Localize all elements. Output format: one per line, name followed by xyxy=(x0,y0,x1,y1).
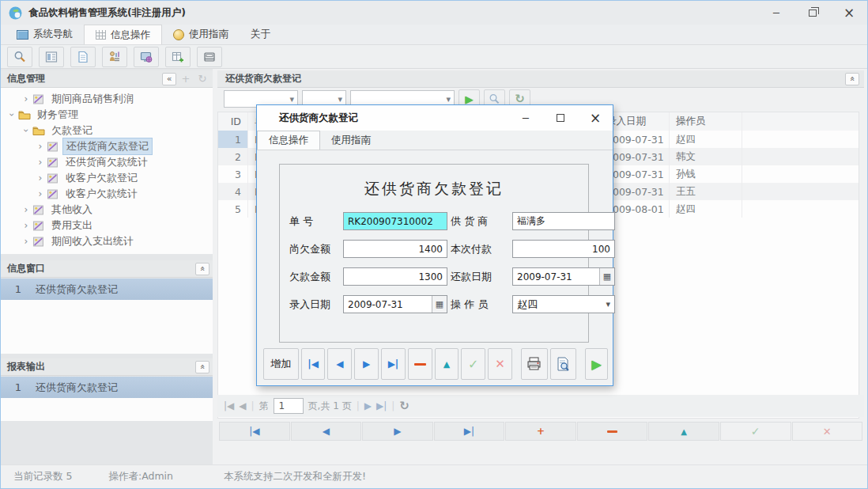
page-prev-icon[interactable]: ◀ xyxy=(239,400,246,411)
status-bar: 当前记录数 5 操作者:Admin 本系统支持二次开发和全新开发! xyxy=(1,464,867,488)
tree-item[interactable]: › 收客户欠款统计 xyxy=(1,186,213,202)
app-window: 食品饮料销售管理系统(非注册用户) ─ × 系统导航 信息操作 使用指南 关于 xyxy=(0,0,868,489)
main-panel-header: 还供货商欠款登记 « xyxy=(217,70,864,88)
record-delete-button[interactable] xyxy=(577,422,648,441)
add-button[interactable]: 增加 xyxy=(263,348,299,380)
supplier-field[interactable] xyxy=(512,212,615,230)
dialog-delete-button[interactable] xyxy=(408,348,432,380)
preview-icon xyxy=(556,357,571,371)
cell-id: 5 xyxy=(218,200,248,218)
record-edit-button[interactable]: ▲ xyxy=(648,422,719,441)
grid-icon xyxy=(96,30,106,40)
nav-first-button[interactable]: |◀ xyxy=(219,422,290,441)
tree-item[interactable]: › 收客户欠款登记 xyxy=(1,170,213,186)
order-no-field[interactable] xyxy=(343,212,447,230)
card-file-button[interactable] xyxy=(197,47,222,67)
info-window-item[interactable]: 1 还供货商欠款登记 xyxy=(1,279,213,300)
next-icon: ▶ xyxy=(394,426,401,437)
tree-item[interactable]: › 其他收入 xyxy=(1,202,213,218)
dialog-next-button[interactable]: ▶ xyxy=(354,348,379,380)
item-index: 1 xyxy=(1,283,36,295)
restore-button[interactable] xyxy=(794,1,831,25)
last-icon: ▶| xyxy=(464,426,474,437)
close-button[interactable]: × xyxy=(831,1,867,25)
dialog-cancel-button[interactable]: ✕ xyxy=(488,348,512,380)
tree-item[interactable]: › 期间商品销售利润 xyxy=(1,91,213,107)
title-bar: 食品饮料销售管理系统(非注册用户) ─ × xyxy=(1,1,867,25)
page-next-icon[interactable]: ▶ xyxy=(364,400,372,411)
dialog-title: 还供货商欠款登记 xyxy=(279,112,508,125)
preview-button[interactable] xyxy=(550,348,577,380)
nav-last-button[interactable]: ▶| xyxy=(434,422,505,441)
dialog-maximize-button[interactable] xyxy=(543,105,578,131)
refresh-tree-button[interactable]: ↻ xyxy=(195,73,209,85)
page-last-icon[interactable]: ▶| xyxy=(376,400,387,411)
debt-amount-field[interactable] xyxy=(343,267,447,286)
form-list-button[interactable] xyxy=(39,47,64,67)
navigation-icon xyxy=(17,30,28,40)
nav-prev-button[interactable]: ◀ xyxy=(291,422,362,441)
print-button[interactable] xyxy=(521,348,548,380)
collapse-left-button[interactable]: « xyxy=(162,73,176,85)
minus-icon xyxy=(607,430,617,433)
table-add-button[interactable] xyxy=(165,47,191,67)
dialog-post-button[interactable]: ✓ xyxy=(461,348,485,380)
tree-item-selected[interactable]: › 还供货商欠款登记 xyxy=(1,138,213,154)
page-first-icon[interactable]: |◀ xyxy=(224,400,234,411)
minimize-button[interactable]: ─ xyxy=(758,1,794,25)
menu-system-navigation[interactable]: 系统导航 xyxy=(6,25,84,44)
collapse-up-button[interactable]: « xyxy=(845,73,859,85)
collapse-up-button[interactable]: « xyxy=(195,361,209,373)
page-number-input[interactable] xyxy=(274,398,304,414)
tree-item[interactable]: › 期间收入支出统计 xyxy=(1,233,213,249)
collapse-up-button[interactable]: « xyxy=(195,263,209,275)
minimize-icon: ─ xyxy=(773,7,779,19)
report-output-item[interactable]: 1 还供货商欠款登记 xyxy=(1,377,213,398)
edit-triangle-icon: ▲ xyxy=(443,359,450,370)
column-header-id[interactable]: ID xyxy=(218,112,248,131)
menu-info-operation[interactable]: 信息操作 xyxy=(84,25,162,44)
monitor-button[interactable] xyxy=(134,47,159,67)
operator-select[interactable]: 赵四 ▾ xyxy=(512,295,615,313)
tree-container: › 期间商品销售利润 › 财务管理 › 欠款登记 xyxy=(1,88,213,254)
record-cancel-button[interactable]: ✕ xyxy=(792,422,863,441)
cross-icon: ✕ xyxy=(495,357,505,371)
dialog-first-button[interactable]: |◀ xyxy=(301,348,326,380)
dialog-tab-info-operation[interactable]: 信息操作 xyxy=(257,131,320,150)
dialog-prev-button[interactable]: ◀ xyxy=(327,348,352,380)
record-add-button[interactable]: + xyxy=(505,422,576,441)
menu-about[interactable]: 关于 xyxy=(240,25,281,44)
tree-item[interactable]: › 还供货商欠款统计 xyxy=(1,154,213,170)
expand-icon: › xyxy=(21,93,31,104)
main-panel-title: 还供货商欠款登记 xyxy=(225,72,843,85)
document-button[interactable] xyxy=(70,47,96,67)
user-report-button[interactable] xyxy=(102,47,127,67)
dialog-run-button[interactable]: ▶ xyxy=(585,348,608,380)
close-icon: × xyxy=(843,5,855,21)
record-post-button[interactable]: ✓ xyxy=(720,422,791,441)
tree-item-folder[interactable]: › 财务管理 xyxy=(1,107,213,123)
menu-user-guide[interactable]: 使用指南 xyxy=(162,25,240,44)
dialog-toolbar: 增加 |◀ ◀ ▶ ▶| ▲ ✓ ✕ ▶ xyxy=(262,347,608,381)
tree-item-folder[interactable]: › 欠款登记 xyxy=(1,123,213,138)
expand-icon: › xyxy=(21,220,31,231)
dialog-close-button[interactable]: × xyxy=(578,105,613,131)
dialog-edit-button[interactable]: ▲ xyxy=(435,348,459,380)
add-tab-button[interactable]: + xyxy=(179,73,193,85)
payment-field[interactable] xyxy=(512,240,615,258)
run-icon: ▶ xyxy=(466,93,474,105)
amount-owed-field[interactable] xyxy=(343,240,447,258)
search-button[interactable] xyxy=(7,47,32,67)
nav-next-button[interactable]: ▶ xyxy=(362,422,433,441)
calendar-button[interactable]: ▦ xyxy=(599,268,614,285)
chevron-down-icon: ▾ xyxy=(289,94,294,104)
tree-item[interactable]: › 费用支出 xyxy=(1,218,213,233)
calendar-button[interactable]: ▦ xyxy=(432,296,447,313)
dialog-tab-user-guide[interactable]: 使用指南 xyxy=(320,131,382,150)
report-item-icon xyxy=(32,205,45,215)
dialog-last-button[interactable]: ▶| xyxy=(381,348,406,380)
dialog-minimize-button[interactable]: ─ xyxy=(508,105,543,131)
expand-icon: › xyxy=(36,141,45,152)
page-refresh-icon[interactable]: ↻ xyxy=(399,399,409,413)
column-header-operator[interactable]: 操作员 xyxy=(670,112,742,131)
